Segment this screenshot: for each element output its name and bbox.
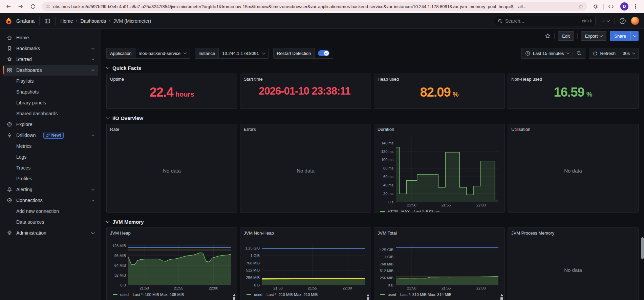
chart-legend: usedLast *: 210 MiB Max: 210 MiB [244,291,367,297]
stat-value: 22.4 hours [150,85,194,106]
scroll-thumb[interactable] [367,297,369,300]
restart-detection-toggle[interactable] [318,50,329,56]
sidebar-item-logs[interactable]: Logs [3,152,98,162]
help-icon[interactable]: ? [619,18,626,24]
application-select[interactable]: mos-backend-service [135,48,190,58]
panel-title: Start time [244,77,367,82]
refresh-interval: 30s [623,51,630,56]
no-data-text: No data [110,132,234,209]
jvm-non-heap-chart[interactable]: 21:5021:5522:000 B256 MiB512 MiB768 MiB1… [244,242,367,291]
export-button[interactable]: Export [581,31,607,41]
extensions-icon[interactable] [591,1,601,12]
chevron-up-icon[interactable] [91,69,95,73]
dashboard-main: Edit Export Share Application mos-backen… [101,29,644,300]
svg-text:512 MiB: 512 MiB [380,269,393,273]
svg-text:21:50: 21:50 [273,286,283,290]
sidebar-item-metrics[interactable]: Metrics [3,141,98,152]
sidebar-item-add-new-connection[interactable]: Add new connection [3,206,98,217]
breadcrumb-home[interactable]: Home [60,18,73,24]
refresh-icon [593,51,598,56]
scroll-thumb[interactable] [233,297,235,300]
dashboard-scrollbar-thumb[interactable] [641,237,644,259]
site-info-icon[interactable] [45,4,50,9]
search-input[interactable]: Search... ctrl+k [494,16,596,26]
share-menu-button[interactable] [630,31,639,41]
bookmark-star-icon[interactable] [578,4,584,9]
sidebar-item-administration[interactable]: Administration [3,227,98,238]
sidebar-item-connections[interactable]: Connections [3,195,98,206]
breadcrumb-dashboards[interactable]: Dashboards [81,18,106,24]
scroll-up-icon[interactable] [233,294,236,296]
section-jvm-memory[interactable]: JVM Memory [106,218,639,225]
favorite-star-icon[interactable] [545,33,551,39]
back-icon[interactable] [3,1,14,12]
sidebar-item-library-panels[interactable]: Library panels [3,97,98,108]
panel-title: Uptime [110,77,234,82]
sidebar-item-starred[interactable]: Starred [3,54,98,65]
reload-icon[interactable] [28,1,38,12]
bell-icon [7,187,12,192]
svg-text:140 ms: 140 ms [381,141,394,145]
refresh-interval-select[interactable]: 30s [619,48,639,59]
instance-select[interactable]: 10.244.1.178:8091 [219,48,268,58]
legend-series-name[interactable]: HTTP - MAX [388,209,410,213]
sidebar-item-drilldown[interactable]: DrilldownNew! [3,130,98,141]
sidebar-item-playlists[interactable]: Playlists [3,76,98,86]
legend-series-name[interactable]: used [254,293,262,297]
chevron-up-icon[interactable] [91,199,95,203]
url-text[interactable]: obs.mos-hack.ru/d/597b2fff-b0eb-4a01-a8a… [53,4,575,9]
legend-series-name[interactable]: used [388,293,396,297]
legend-scrollbar[interactable] [366,294,370,300]
scroll-up-icon[interactable] [367,294,369,296]
section-io-overview[interactable]: I/O Overview [106,114,639,122]
sidebar-item-bookmarks[interactable]: Bookmarks [3,43,98,54]
devtools-code-icon[interactable] [606,1,616,12]
legend-scrollbar[interactable] [232,294,236,300]
sidebar-item-home[interactable]: Home [3,32,98,43]
user-avatar[interactable] [631,17,639,25]
time-range-picker[interactable]: Last 15 minutes [521,48,573,59]
legend-series-name[interactable]: used [120,293,129,297]
grafana-logo[interactable] [5,17,13,25]
refresh-button[interactable]: Refresh [589,48,620,59]
svg-text:21:55: 21:55 [174,286,184,290]
chevron-down-icon[interactable] [91,57,95,61]
dock-sidebar-icon[interactable] [44,18,50,24]
url-bar[interactable]: obs.mos-hack.ru/d/597b2fff-b0eb-4a01-a8a… [42,2,587,11]
browser-profile-avatar[interactable]: D [620,2,628,11]
svg-text:96 MiB: 96 MiB [114,254,126,258]
chart-legend: HTTP - MAXLast *: 5.03 ms [378,207,501,213]
sidebar-item-alerting[interactable]: Alerting [3,184,98,195]
jvm-heap-chart[interactable]: 21:5021:5522:000 B32 MiB64 MiB96 MiB128 … [110,242,234,291]
duration-chart[interactable]: 21:5021:5522:000 s20 ms40 ms60 ms80 ms10… [378,135,501,207]
svg-text:512 MiB: 512 MiB [246,268,260,272]
chevron-down-icon [106,219,109,223]
io-overview-row: Rate No data Errors No data Duration 21:… [106,124,639,213]
chevron-down-icon[interactable] [91,187,95,191]
share-button[interactable]: Share [610,31,630,41]
chevron-down-icon[interactable] [91,231,95,234]
sidebar-item-traces[interactable]: Traces [3,162,98,173]
edit-button[interactable]: Edit [558,31,574,41]
browser-menu-icon[interactable] [630,1,641,12]
section-quick-facts[interactable]: Quick Facts [106,64,639,72]
scroll-up-icon[interactable] [500,294,503,296]
sidebar-item-data-sources[interactable]: Data sources [3,217,98,227]
zoom-out-button[interactable] [573,48,585,59]
add-menu-button[interactable] [600,18,609,24]
sidebar-item-profiles[interactable]: Profiles [3,173,98,184]
legend-scrollbar[interactable] [500,294,503,300]
sidebar-item-dashboards[interactable]: Dashboards [3,65,98,76]
svg-text:21:50: 21:50 [407,286,416,290]
chevron-down-icon[interactable] [91,46,95,50]
sidebar-item-label: Explore [16,122,32,127]
jvm-total-chart[interactable]: 21:5021:5522:000 B256 MiB512 MiB768 MiB1… [378,242,501,291]
forward-icon[interactable] [16,1,26,12]
chevron-up-icon[interactable] [91,134,95,138]
chevron-down-icon [632,51,636,55]
sidebar-item-shared-dashboards[interactable]: Shared dashboards [3,108,98,119]
scroll-thumb[interactable] [500,297,503,300]
sidebar-item-snapshots[interactable]: Snapshots [3,86,98,97]
brand-name[interactable]: Grafana [16,18,35,24]
sidebar-item-explore[interactable]: Explore [3,119,98,130]
